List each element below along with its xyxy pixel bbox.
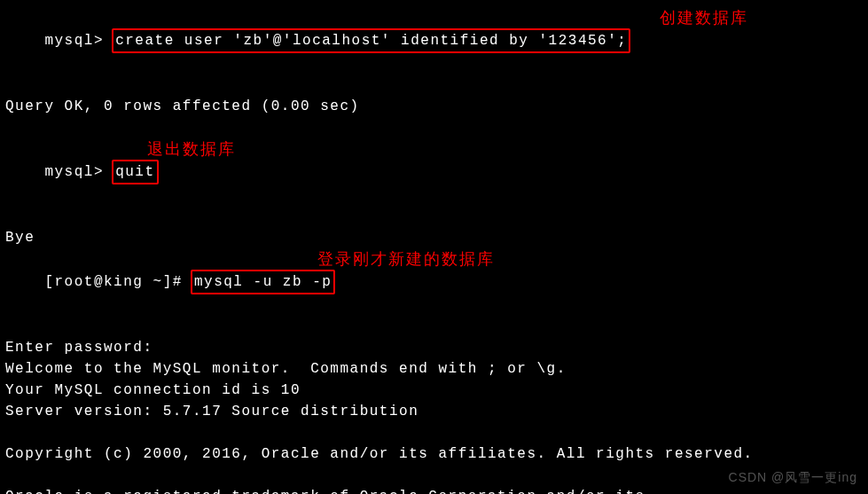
mysql-prompt: mysql> bbox=[44, 164, 113, 180]
mysql-prompt: mysql> bbox=[44, 33, 113, 49]
shell-prompt: [root@king ~]# bbox=[44, 274, 192, 290]
line-copyright: Copyright (c) 2000, 2016, Oracle and/or … bbox=[5, 443, 863, 465]
mysql-login-command: mysql -u zb -p bbox=[191, 270, 335, 294]
line-connection-id: Your MySQL connection id is 10 bbox=[5, 380, 863, 401]
line-create-user: mysql> create user 'zb'@'localhost' iden… bbox=[5, 7, 863, 96]
watermark: CSDN @风雪一更ing bbox=[729, 468, 857, 487]
quit-command: quit bbox=[112, 160, 158, 184]
annotation-exit-db: 退出数据库 bbox=[147, 137, 236, 161]
annotation-login-db: 登录刚才新建的数据库 bbox=[317, 247, 495, 271]
line-login: [root@king ~]# mysql -u zb -p 登录刚才新建的数据库 bbox=[5, 248, 863, 337]
line-query-ok: Query OK, 0 rows affected (0.00 sec) bbox=[5, 96, 863, 117]
annotation-create-db: 创建数据库 bbox=[660, 6, 748, 30]
create-user-command: create user 'zb'@'localhost' identified … bbox=[112, 28, 630, 53]
line-quit: mysql> quit 退出数据库 bbox=[5, 138, 863, 227]
line-server-version: Server version: 5.7.17 Source distributi… bbox=[5, 401, 863, 422]
line-enter-password: Enter password: bbox=[5, 337, 863, 358]
line-welcome: Welcome to the MySQL monitor. Commands e… bbox=[5, 358, 863, 380]
line-trademark-1: Oracle is a registered trademark of Orac… bbox=[5, 486, 863, 494]
line-bye: Bye bbox=[5, 227, 863, 248]
terminal-output: mysql> create user 'zb'@'localhost' iden… bbox=[5, 7, 863, 494]
